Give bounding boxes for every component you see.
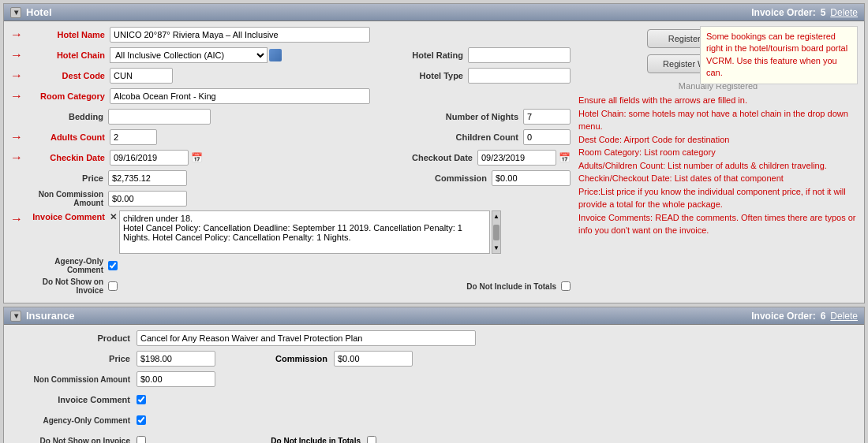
commission-input[interactable] <box>492 170 571 186</box>
room-category-label: Room Category <box>23 91 110 101</box>
number-of-nights-input[interactable] <box>523 109 571 125</box>
insurance-section-title: Insurance <box>26 310 74 322</box>
dest-code-row: → Dest Code Hotel Type <box>10 67 571 84</box>
insurance-product-input[interactable] <box>137 330 476 346</box>
hotel-name-arrow: → <box>10 28 23 42</box>
insurance-section-header: ▾ Insurance Invoice Order: 6 Delete <box>4 307 864 325</box>
hotel-chain-label: Hotel Chain <box>23 50 110 60</box>
hotel-collapse-button[interactable]: ▾ <box>10 7 21 18</box>
insurance-commission-label: Commission <box>215 354 334 363</box>
hotel-rating-input[interactable] <box>468 47 571 63</box>
invoice-comment-label: Invoice Comment <box>23 212 110 222</box>
insurance-do-not-include-label: Do Not Include in Totals <box>146 437 367 444</box>
hotel-header-right: Invoice Order: 5 Delete <box>751 7 858 18</box>
do-not-include-label: Do Not Include in Totals <box>419 282 561 291</box>
insurance-do-not-show-row: Do Not Show on Invoice Do Not Include in… <box>10 432 858 443</box>
comment-scrollbar[interactable]: ▲ ▼ <box>492 210 501 254</box>
insurance-invoice-comment-label: Invoice Comment <box>10 395 137 404</box>
insurance-do-not-show-label: Do Not Show on Invoice <box>10 437 137 444</box>
do-not-show-checkbox[interactable] <box>108 281 118 291</box>
do-not-show-row: Do Not Show on Invoice Do Not Include in… <box>10 277 571 295</box>
checkin-calendar-icon[interactable]: 📅 <box>191 152 203 163</box>
invoice-comment-arrow: → <box>10 212 23 226</box>
insurance-order-value: 6 <box>821 311 826 322</box>
number-of-nights-label: Number of Nights <box>428 112 523 121</box>
hotel-type-label: Hotel Type <box>397 71 468 80</box>
hotel-name-row: → Hotel Name <box>10 26 571 43</box>
insurance-invoice-comment-row: Invoice Comment <box>10 391 858 408</box>
insurance-do-not-include-checkbox[interactable] <box>367 436 376 443</box>
insurance-price-input[interactable] <box>137 351 215 367</box>
insurance-commission-input[interactable] <box>334 351 413 367</box>
room-category-row: → Room Category <box>10 87 571 105</box>
hotel-chain-arrow: → <box>10 48 23 62</box>
checkin-row: → Checkin Date 📅 Checkout Date 📅 <box>10 149 571 166</box>
insurance-product-row: Product <box>10 329 858 347</box>
agency-only-label: Agency-Only Comment <box>21 257 108 274</box>
insurance-agency-only-label: Agency-Only Comment <box>10 416 137 425</box>
checkout-calendar-icon[interactable]: 📅 <box>559 152 571 163</box>
insurance-non-commission-label: Non Commission Amount <box>10 375 137 384</box>
invoice-order-value: 5 <box>821 7 826 18</box>
hotel-type-input[interactable] <box>468 68 571 84</box>
insurance-header-left: ▾ Insurance <box>10 310 74 322</box>
insurance-agency-only-checkbox[interactable] <box>137 415 146 425</box>
agency-only-row: Agency-Only Comment <box>10 257 571 274</box>
insurance-order-label: Invoice Order: <box>751 311 815 322</box>
children-count-input[interactable] <box>523 129 571 145</box>
insurance-section-body: Product Price Commission Non Commission … <box>4 325 864 443</box>
insurance-invoice-comment-checkbox[interactable] <box>137 395 146 404</box>
price-input[interactable] <box>108 170 187 186</box>
dest-code-label: Dest Code <box>23 71 110 80</box>
checkout-date-label: Checkout Date <box>383 153 477 162</box>
adults-count-input[interactable] <box>110 129 157 145</box>
checkin-date-label: Checkin Date <box>23 153 110 162</box>
children-count-label: Children Count <box>428 132 523 142</box>
insurance-section: ▾ Insurance Invoice Order: 6 Delete Prod… <box>3 307 865 443</box>
bedding-label: Bedding <box>21 112 108 121</box>
hotel-rating-label: Hotel Rating <box>397 50 468 60</box>
hotel-section-body: → Hotel Name → Hotel Chain All Inclusive… <box>4 21 864 303</box>
invoice-comment-x-icon[interactable]: ✕ <box>110 212 117 222</box>
hotel-delete-button[interactable]: Delete <box>830 7 858 18</box>
price-row: Price Commission <box>10 169 571 187</box>
bedding-input[interactable] <box>108 109 211 125</box>
price-label: Price <box>21 173 108 183</box>
invoice-comment-row: → Invoice Comment ✕ children under 18. H… <box>10 210 571 254</box>
room-category-arrow: → <box>10 89 23 103</box>
dest-code-input[interactable] <box>110 68 173 84</box>
checkin-date-input[interactable] <box>110 150 189 166</box>
insurance-collapse-button[interactable]: ▾ <box>10 311 21 322</box>
do-not-include-checkbox[interactable] <box>561 281 571 291</box>
invoice-order-label: Invoice Order: <box>751 7 815 18</box>
insurance-agency-only-row: Agency-Only Comment <box>10 411 858 429</box>
invoice-comment-textarea[interactable]: children under 18. Hotel Cancel Policy: … <box>119 210 490 254</box>
chain-dropdown-icon[interactable] <box>269 49 282 61</box>
agency-only-checkbox[interactable] <box>108 261 118 270</box>
non-commission-input[interactable] <box>108 191 187 207</box>
do-not-show-label: Do Not Show on Invoice <box>21 277 108 295</box>
checkin-arrow: → <box>10 151 23 165</box>
hotel-chain-select[interactable]: All Inclusive Collection (AIC) <box>110 47 268 63</box>
hotel-chain-row: → Hotel Chain All Inclusive Collection (… <box>10 47 571 64</box>
insurance-delete-button[interactable]: Delete <box>830 311 858 322</box>
insurance-non-commission-input[interactable] <box>137 371 215 387</box>
insurance-header-right: Invoice Order: 6 Delete <box>751 311 858 322</box>
hotel-header-left: ▾ Hotel <box>10 6 52 18</box>
hotel-name-label: Hotel Name <box>23 30 110 39</box>
bedding-row: Bedding Number of Nights <box>10 108 571 125</box>
hotel-section-header: ▾ Hotel Invoice Order: 5 Delete <box>4 4 864 21</box>
checkout-date-input[interactable] <box>477 150 556 166</box>
insurance-do-not-show-checkbox[interactable] <box>137 436 146 443</box>
insurance-price-row: Price Commission <box>10 350 858 367</box>
hotel-name-input[interactable] <box>110 27 370 43</box>
non-commission-row: Non Commission Amount <box>10 190 571 207</box>
room-category-input[interactable] <box>110 88 370 104</box>
hotel-info-text: Ensure all fields with the arrows are fi… <box>578 94 858 237</box>
adults-count-arrow: → <box>10 130 23 144</box>
adults-count-row: → Adults Count Children Count <box>10 128 571 146</box>
non-commission-label: Non Commission Amount <box>21 190 108 207</box>
insurance-non-commission-row: Non Commission Amount <box>10 370 858 388</box>
commission-label: Commission <box>397 173 492 183</box>
insurance-product-label: Product <box>10 333 137 343</box>
